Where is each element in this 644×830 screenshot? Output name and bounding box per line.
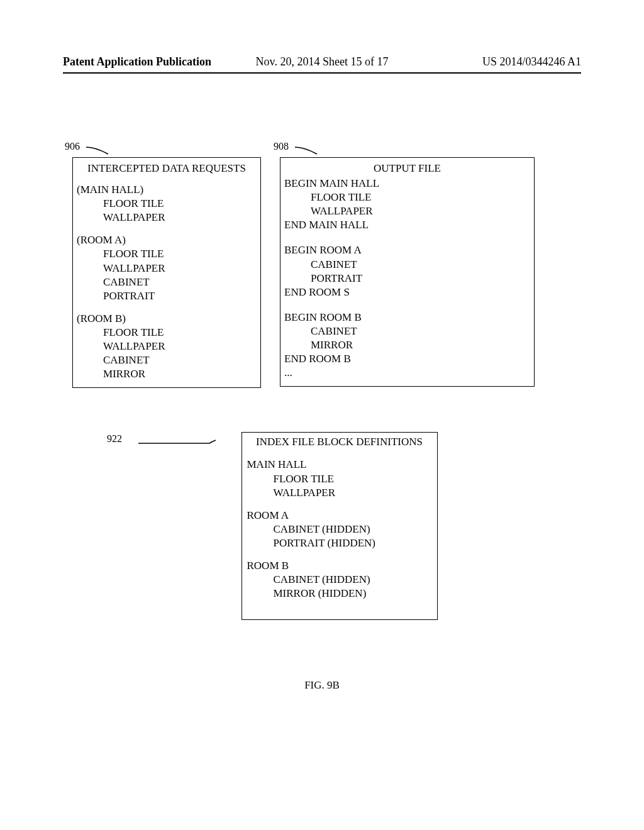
page-header: Patent Application Publication Nov. 20, … (0, 55, 644, 69)
output-line: CABINET (284, 324, 530, 338)
group-header: (ROOM A) (77, 233, 257, 247)
box-922-title: INDEX FILE BLOCK DEFINITIONS (247, 435, 432, 449)
group-item: WALLPAPER (77, 340, 257, 353)
group-item: FLOOR TILE (77, 197, 257, 211)
index-item: WALLPAPER (247, 486, 432, 500)
output-line: CABINET (284, 258, 530, 272)
callout-908-line (295, 146, 320, 155)
callout-906-number: 906 (65, 141, 80, 152)
box-906-title: INTERCEPTED DATA REQUESTS (77, 162, 257, 175)
index-item: PORTRAIT (HIDDEN) (247, 536, 432, 550)
output-line: ... (284, 366, 530, 380)
output-line: BEGIN ROOM B (284, 311, 530, 324)
output-line: END MAIN HALL (284, 218, 530, 232)
group-item: WALLPAPER (77, 211, 257, 224)
group-header: (ROOM B) (77, 312, 257, 326)
index-item: CABINET (HIDDEN) (247, 523, 432, 536)
group-item: FLOOR TILE (77, 326, 257, 340)
callout-906-line (86, 146, 111, 155)
index-item: CABINET (HIDDEN) (247, 573, 432, 587)
output-line: BEGIN MAIN HALL (284, 177, 530, 191)
callout-908-number: 908 (274, 141, 289, 152)
index-group-main-hall: MAIN HALL FLOOR TILE WALLPAPER (247, 458, 432, 499)
group-item: WALLPAPER (77, 262, 257, 275)
box-908-title: OUTPUT FILE (284, 162, 530, 175)
group-header: (MAIN HALL) (77, 183, 257, 197)
output-line: FLOOR TILE (284, 191, 530, 204)
boxes-row: INTERCEPTED DATA REQUESTS (MAIN HALL) FL… (72, 157, 572, 388)
output-blank (284, 299, 530, 311)
header-right: US 2014/0344246 A1 (482, 55, 581, 69)
intercepted-data-requests-box: INTERCEPTED DATA REQUESTS (MAIN HALL) FL… (72, 157, 261, 388)
group-main-hall: (MAIN HALL) FLOOR TILE WALLPAPER (77, 183, 257, 224)
group-room-b: (ROOM B) FLOOR TILE WALLPAPER CABINET MI… (77, 312, 257, 381)
output-line: WALLPAPER (284, 204, 530, 218)
index-item: MIRROR (HIDDEN) (247, 587, 432, 600)
group-item: MIRROR (77, 367, 257, 381)
index-item: FLOOR TILE (247, 472, 432, 486)
output-line: BEGIN ROOM A (284, 243, 530, 257)
index-group-room-a: ROOM A CABINET (HIDDEN) PORTRAIT (HIDDEN… (247, 509, 432, 550)
index-group-room-b: ROOM B CABINET (HIDDEN) MIRROR (HIDDEN) (247, 559, 432, 600)
header-rule (63, 72, 581, 74)
output-line: MIRROR (284, 338, 530, 352)
figure-label: FIG. 9B (0, 679, 644, 692)
group-item: PORTRAIT (77, 289, 257, 303)
index-group-header: MAIN HALL (247, 458, 432, 472)
index-file-block-definitions-box: INDEX FILE BLOCK DEFINITIONS MAIN HALL F… (242, 432, 438, 620)
index-section: 922 INDEX FILE BLOCK DEFINITIONS MAIN HA… (72, 432, 572, 620)
index-group-header: ROOM A (247, 509, 432, 523)
group-item: CABINET (77, 353, 257, 367)
figure-content: 906 908 INTERCEPTED DATA REQUESTS (MAIN … (72, 145, 572, 620)
header-center: Nov. 20, 2014 Sheet 15 of 17 (256, 55, 389, 69)
group-room-a: (ROOM A) FLOOR TILE WALLPAPER CABINET PO… (77, 233, 257, 302)
group-item: CABINET (77, 275, 257, 289)
callout-922-line (138, 438, 217, 446)
group-item: FLOOR TILE (77, 247, 257, 261)
output-line: PORTRAIT (284, 272, 530, 285)
index-group-header: ROOM B (247, 559, 432, 573)
output-blank (284, 232, 530, 243)
output-file-box: OUTPUT FILE BEGIN MAIN HALL FLOOR TILE W… (280, 157, 535, 387)
header-left: Patent Application Publication (63, 55, 211, 69)
output-line: END ROOM S (284, 285, 530, 299)
callout-922-number: 922 (107, 433, 122, 445)
output-line: END ROOM B (284, 352, 530, 366)
